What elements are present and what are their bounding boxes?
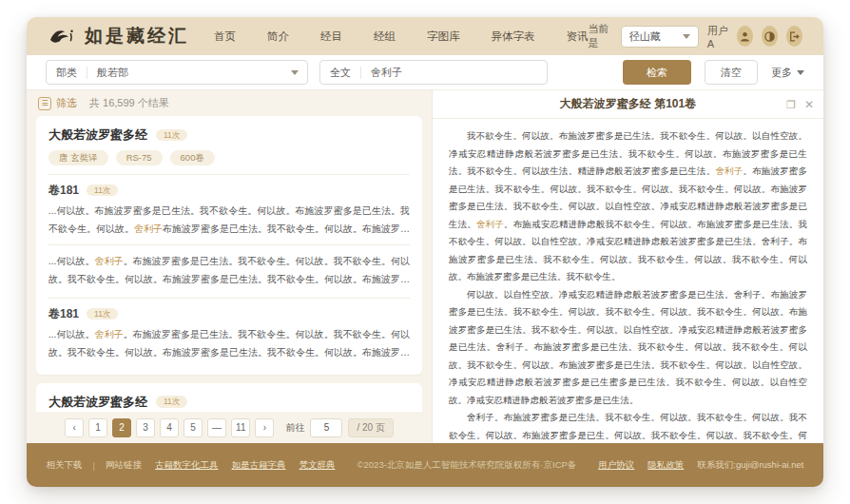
filter-icon: ☰ (38, 97, 51, 110)
avatar-button[interactable] (737, 26, 753, 47)
pagination-jumper: 前往/ 20 页 (285, 418, 393, 437)
pagination: ‹12345—11›前往/ 20 页 (36, 412, 422, 443)
pagination-goto-input[interactable] (310, 418, 342, 437)
search-actions: 检索 清空 更多 (623, 60, 804, 85)
snippet-text[interactable]: ...何以故。布施波罗蜜多是已生法。我不欲令生。何以故。布施波罗蜜多是已生法。我… (48, 202, 410, 238)
link-ancient-text-tools[interactable]: 古籍数字化工具 (155, 459, 219, 472)
match-count-badge: 11次 (156, 396, 187, 408)
current-repo-label: 当前是 (589, 22, 612, 50)
highlight-term: 舍利子 (476, 219, 504, 229)
related-downloads: 相关下载 (47, 459, 83, 472)
copyright-text: ©2023-北京如是人工智能技术研究院版权所有·京ICP备 (357, 459, 577, 472)
match-count-badge: 11次 (156, 129, 187, 142)
clear-button[interactable]: 清空 (705, 60, 758, 85)
tag-pill: 600卷 (170, 150, 215, 165)
highlight-term: 舍利子 (95, 329, 124, 339)
volume-count-badge: 11次 (87, 184, 118, 197)
volume-count-badge: 11次 (87, 308, 118, 320)
top-header: 如是藏经汇 首页简介经目经组字图库异体字表资讯 当前是 径山藏 用户A (27, 17, 823, 55)
contact-email: 联系我们:guji@rushi-ai.net (697, 459, 803, 472)
text-segment: 舍利子。布施波罗蜜多是已生法。我不欲令生。何以故。我不欲令生。何以故。我不欲令生… (449, 412, 807, 443)
volume-header[interactable]: 卷18111次 (48, 183, 410, 199)
brand[interactable]: 如是藏经汇 (48, 24, 189, 48)
search-input[interactable] (361, 67, 513, 78)
chevron-down-icon (683, 34, 690, 39)
tag-pill: 唐 玄奘译 (48, 150, 108, 165)
highlight-term: 舍利子 (134, 223, 163, 234)
search-bar: 部类 般若部 全文 检索 清空 更多 (27, 55, 823, 90)
result-card[interactable]: 大般若波罗蜜多经11次唐 玄奘译RS-75600卷卷18111次...何以故。布… (36, 383, 422, 413)
results-panel: ☰ 筛选 共 16,599 个结果 大般若波罗蜜多经11次唐 玄奘译RS-756… (27, 90, 432, 443)
header-right: 当前是 径山藏 用户A (589, 22, 803, 50)
more-button[interactable]: 更多 (771, 66, 804, 80)
more-label: 更多 (771, 66, 792, 80)
category-select[interactable]: 部类 般若部 (46, 60, 308, 85)
search-button[interactable]: 检索 (623, 60, 691, 85)
chevron-down-icon (291, 70, 299, 75)
repo-select[interactable]: 径山藏 (621, 26, 699, 48)
logout-icon (788, 30, 801, 43)
card-title-row: 大般若波罗蜜多经11次 (48, 394, 410, 411)
reader-header: 大般若波罗蜜多经 第101卷 ❐ ✕ (433, 90, 823, 119)
card-title-row: 大般若波罗蜜多经11次 (48, 126, 410, 144)
pagination-page-3[interactable]: 3 (136, 418, 155, 437)
footer-separator: | (93, 460, 95, 471)
scripture-title: 大般若波罗蜜多经 (48, 126, 147, 144)
text-segment: ...何以故。 (48, 329, 95, 339)
footer: 相关下载|网站链接古籍数字化工具如是古籍字典梵文辞典©2023-北京如是人工智能… (27, 443, 823, 487)
reader-actions: ❐ ✕ (786, 90, 814, 119)
tag-row: 唐 玄奘译RS-75600卷 (48, 150, 410, 165)
link-sanskrit-dictionary[interactable]: 梵文辞典 (299, 459, 336, 472)
snippet-text[interactable]: ...何以故。舍利子。布施波罗蜜多是已生法。我不欲令生。何以故。我不欲令生。何以… (48, 244, 410, 288)
result-list: 大般若波罗蜜多经11次唐 玄奘译RS-75600卷卷18111次...何以故。布… (36, 116, 422, 412)
reader-paragraph: 舍利子。布施波罗蜜多是已生法。我不欲令生。何以故。我不欲令生。何以故。我不欲令生… (449, 409, 807, 443)
logout-button[interactable] (786, 26, 802, 47)
site-logo-icon (48, 26, 78, 47)
app-window: 如是藏经汇 首页简介经目经组字图库异体字表资讯 当前是 径山藏 用户A (27, 17, 823, 487)
pagination-next[interactable]: › (255, 418, 274, 437)
pagination-page-2[interactable]: 2 (112, 418, 131, 437)
pagination-page-4[interactable]: 4 (160, 418, 179, 437)
reader-body: 我不欲令生。何以故。布施波罗蜜多是已生法。我不欲令生。何以故。以自性空故。净戒安… (433, 119, 823, 443)
nav-item-home[interactable]: 首页 (214, 29, 236, 44)
text-segment: ...何以故。 (48, 256, 95, 266)
tag-pill: RS-75 (116, 150, 163, 165)
link-privacy-policy[interactable]: 隐私政策 (647, 459, 684, 472)
main-nav: 首页简介经目经组字图库异体字表资讯 (214, 29, 589, 44)
expand-icon[interactable]: ❐ (786, 100, 796, 110)
volume-header[interactable]: 卷18111次 (48, 306, 410, 322)
link-user-agreement[interactable]: 用户协议 (598, 459, 634, 472)
username-label: 用户A (707, 24, 729, 49)
pagination-page-1[interactable]: 1 (88, 418, 107, 437)
close-icon[interactable]: ✕ (804, 99, 814, 110)
result-card[interactable]: 大般若波罗蜜多经11次唐 玄奘译RS-75600卷卷18111次...何以故。布… (36, 116, 422, 375)
category-value: 般若部 (87, 66, 138, 80)
category-label: 部类 (47, 66, 87, 80)
nav-item-glyph-library[interactable]: 字图库 (427, 29, 460, 44)
link-rushi-dictionary[interactable]: 如是古籍字典 (232, 459, 286, 472)
theme-toggle-button[interactable] (762, 26, 778, 47)
filter-toggle[interactable]: ☰ 筛选 (38, 96, 77, 110)
reader-panel: 大般若波罗蜜多经 第101卷 ❐ ✕ 我不欲令生。何以故。布施波罗蜜多是已生法。… (432, 90, 823, 443)
fulltext-label: 全文 (320, 66, 360, 80)
pagination-goto-label: 前往 (285, 421, 304, 435)
fulltext-field: 全文 (319, 60, 548, 85)
contrast-icon (763, 30, 776, 43)
pagination-more[interactable]: — (207, 418, 226, 437)
nav-item-groups[interactable]: 经组 (374, 29, 396, 44)
site-links-label: 网站链接 (106, 459, 142, 472)
highlight-term: 舍利子 (715, 165, 743, 176)
nav-item-news[interactable]: 资讯 (567, 29, 589, 44)
result-count: 共 16,599 个结果 (89, 96, 169, 110)
nav-item-about[interactable]: 简介 (267, 29, 289, 44)
snippet-text[interactable]: ...何以故。舍利子。布施波罗蜜多是已生法。我不欲令生。何以故。我不欲令生。何以… (48, 325, 410, 361)
repo-select-value: 径山藏 (629, 29, 661, 44)
volume-section: 卷18111次...何以故。舍利子。布施波罗蜜多是已生法。我不欲令生。何以故。我… (48, 298, 410, 371)
pagination-total-label: / 20 页 (348, 418, 393, 437)
pagination-prev[interactable]: ‹ (65, 418, 84, 437)
pagination-page-5[interactable]: 5 (184, 418, 203, 437)
nav-item-catalog[interactable]: 经目 (320, 29, 342, 44)
reader-paragraph: 何以故。以自性空故。净戒安忍精进静虑般若波罗蜜多是已生法。舍利子。布施波罗蜜多是… (449, 286, 807, 410)
nav-item-variant-chars[interactable]: 异体字表 (492, 29, 535, 44)
pagination-page-11[interactable]: 11 (231, 418, 250, 437)
